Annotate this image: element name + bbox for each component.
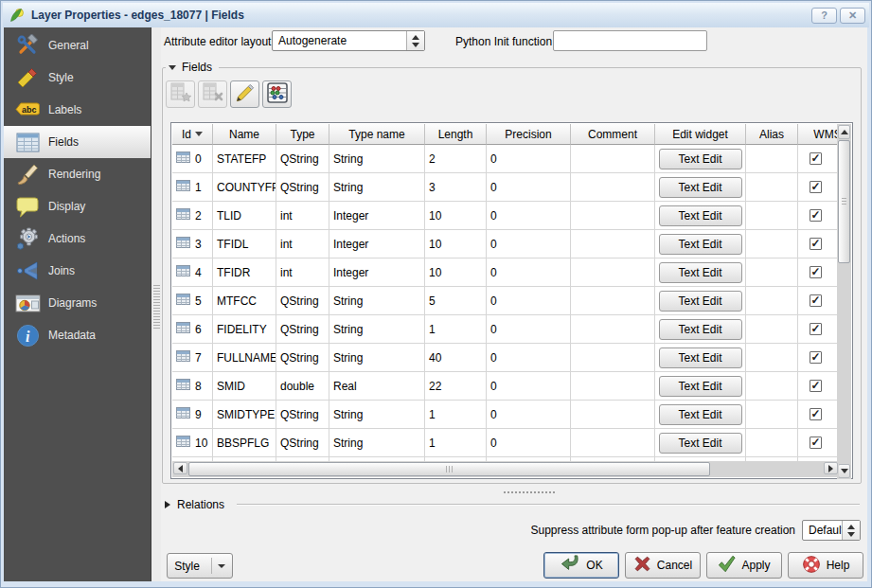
cell-precision: 0 xyxy=(487,372,571,401)
column-header-label: Edit widget xyxy=(672,128,728,141)
field-row[interactable]: 0STATEFPQStringString20Text Edit✓ xyxy=(172,145,838,173)
field-row[interactable]: 5MTFCCQStringString50Text Edit✓ xyxy=(172,287,838,315)
column-header-wms[interactable]: WMS xyxy=(798,124,838,145)
sidebar-item-joins[interactable]: Joins xyxy=(4,255,151,287)
column-header-id[interactable]: Id xyxy=(172,124,213,145)
fields-toolbar xyxy=(166,80,292,108)
sidebar-item-label: Display xyxy=(48,200,85,213)
sidebar-item-fields[interactable]: Fields xyxy=(4,126,151,158)
field-row[interactable]: 9SMIDTYPEQStringString10Text Edit✓ xyxy=(172,401,838,429)
field-row[interactable]: 1COUNTYFPQStringString30Text Edit✓ xyxy=(172,173,838,202)
cell-text: STATEFP xyxy=(217,152,266,166)
field-row[interactable]: 10BBSPFLGQStringString10Text Edit✓ xyxy=(172,429,838,457)
cell-id: 2 xyxy=(172,202,213,230)
text-edit-widget-button[interactable]: Text Edit xyxy=(659,347,742,368)
wms-checkbox[interactable]: ✓ xyxy=(810,209,822,222)
sidebar-item-style[interactable]: Style xyxy=(4,62,151,94)
scroll-up-button[interactable] xyxy=(838,125,850,139)
column-header-name[interactable]: Name xyxy=(213,124,276,145)
field-row[interactable]: 3TFIDLintInteger100Text Edit✓ xyxy=(172,230,838,258)
wms-checkbox[interactable]: ✓ xyxy=(810,323,822,335)
text-edit-widget-button[interactable]: Text Edit xyxy=(659,376,742,397)
field-row[interactable]: 4TFIDRintInteger100Text Edit✓ xyxy=(172,258,838,287)
vertical-scroll-thumb[interactable] xyxy=(838,140,850,263)
relations-group-line xyxy=(237,504,860,506)
field-row[interactable]: 8SMIDdoubleReal220Text Edit✓ xyxy=(172,372,838,401)
wms-checkbox[interactable]: ✓ xyxy=(810,351,822,364)
text-edit-widget-button[interactable]: Text Edit xyxy=(659,433,742,454)
horizontal-scroll-thumb[interactable] xyxy=(188,462,710,476)
field-grid-icon xyxy=(176,151,190,166)
apply-button[interactable]: Apply xyxy=(706,552,782,579)
wms-checkbox[interactable]: ✓ xyxy=(810,266,822,278)
cell-text: 1 xyxy=(429,323,436,336)
scroll-right-button[interactable] xyxy=(824,462,838,474)
field-row[interactable]: 7FULLNAMEQStringString400Text Edit✓ xyxy=(172,344,838,372)
panel-splitter-handle[interactable] xyxy=(502,490,555,494)
horizontal-scrollbar[interactable] xyxy=(172,461,839,477)
cell-wms: ✓ xyxy=(798,202,838,230)
column-header-type[interactable]: Type xyxy=(276,124,329,145)
sidebar-item-rendering[interactable]: Rendering xyxy=(4,158,151,190)
toggle-editing-button[interactable] xyxy=(230,80,259,108)
ok-button[interactable]: OK xyxy=(543,552,619,579)
wms-checkbox[interactable]: ✓ xyxy=(810,152,822,165)
cancel-button[interactable]: Cancel xyxy=(625,552,701,579)
text-edit-widget-button[interactable]: Text Edit xyxy=(659,291,742,312)
cell-text: TFIDR xyxy=(217,266,250,279)
column-header-precision[interactable]: Precision xyxy=(487,124,571,145)
sidebar-item-general[interactable]: General xyxy=(4,29,151,62)
help-titlebar-button[interactable]: ? xyxy=(811,8,837,24)
text-edit-widget-button[interactable]: Text Edit xyxy=(659,404,742,425)
cell-text: Integer xyxy=(333,266,368,279)
sidebar-item-diagrams[interactable]: Diagrams xyxy=(4,287,151,319)
text-edit-widget-button[interactable]: Text Edit xyxy=(659,205,742,226)
column-header-type-name[interactable]: Type name xyxy=(329,124,425,145)
cell-text: 0 xyxy=(490,351,497,365)
field-row[interactable]: 2TLIDintInteger100Text Edit✓ xyxy=(172,202,838,230)
suppress-popup-combobox[interactable]: Default xyxy=(802,520,861,541)
scroll-left-button[interactable] xyxy=(173,462,187,474)
wms-checkbox[interactable]: ✓ xyxy=(810,437,822,449)
sidebar-item-metadata[interactable]: iMetadata xyxy=(4,319,151,351)
cell-id: 7 xyxy=(172,344,213,372)
scroll-down-button[interactable] xyxy=(838,464,850,478)
vertical-scrollbar[interactable] xyxy=(837,124,851,479)
sidebar-splitter-handle[interactable] xyxy=(151,27,161,581)
sidebar-item-display[interactable]: Display xyxy=(4,190,151,223)
column-header-alias[interactable]: Alias xyxy=(746,124,798,145)
cell-text: TFIDL xyxy=(217,238,248,251)
fields-group-header[interactable]: Fields xyxy=(166,60,219,75)
style-menu-button[interactable]: Style xyxy=(167,553,233,579)
text-edit-widget-button[interactable]: Text Edit xyxy=(659,177,742,198)
field-row[interactable]: 6FIDELITYQStringString10Text Edit✓ xyxy=(172,315,838,344)
python-init-function-input[interactable] xyxy=(553,30,707,51)
text-edit-widget-button[interactable]: Text Edit xyxy=(659,262,742,283)
text-edit-widget-button[interactable]: Text Edit xyxy=(659,149,742,169)
help-button[interactable]: Help xyxy=(788,552,863,579)
column-header-length[interactable]: Length xyxy=(425,124,487,145)
wms-checkbox[interactable]: ✓ xyxy=(810,238,822,250)
cancel-x-icon xyxy=(633,555,651,576)
cell-alias xyxy=(746,173,798,202)
text-edit-widget-button[interactable]: Text Edit xyxy=(659,234,742,255)
suppress-popup-label: Suppress attribute form pop-up after fea… xyxy=(388,524,795,537)
sidebar-item-actions[interactable]: Actions xyxy=(4,223,151,255)
wms-checkbox[interactable]: ✓ xyxy=(810,294,822,307)
sidebar-item-labels[interactable]: abcLabels xyxy=(4,94,151,126)
text-edit-widget-button[interactable]: Text Edit xyxy=(659,319,742,340)
attribute-editor-layout-combobox[interactable]: Autogenerate xyxy=(272,30,425,51)
close-titlebar-button[interactable]: ✕ xyxy=(840,8,865,24)
field-calculator-button[interactable] xyxy=(262,80,292,108)
title-bar[interactable]: Layer Properties - edges_18077 | Fields … xyxy=(3,3,869,27)
cell-text: String xyxy=(333,408,363,421)
cell-type-name: String xyxy=(329,145,425,173)
column-header-edit-widget[interactable]: Edit widget xyxy=(655,124,746,145)
display-icon xyxy=(14,193,41,220)
wms-checkbox[interactable]: ✓ xyxy=(810,380,822,392)
relations-group-header[interactable]: Relations xyxy=(165,497,224,512)
wms-checkbox[interactable]: ✓ xyxy=(810,181,822,193)
wms-checkbox[interactable]: ✓ xyxy=(810,408,822,420)
cell-text: 0 xyxy=(490,181,497,194)
column-header-comment[interactable]: Comment xyxy=(571,124,655,145)
